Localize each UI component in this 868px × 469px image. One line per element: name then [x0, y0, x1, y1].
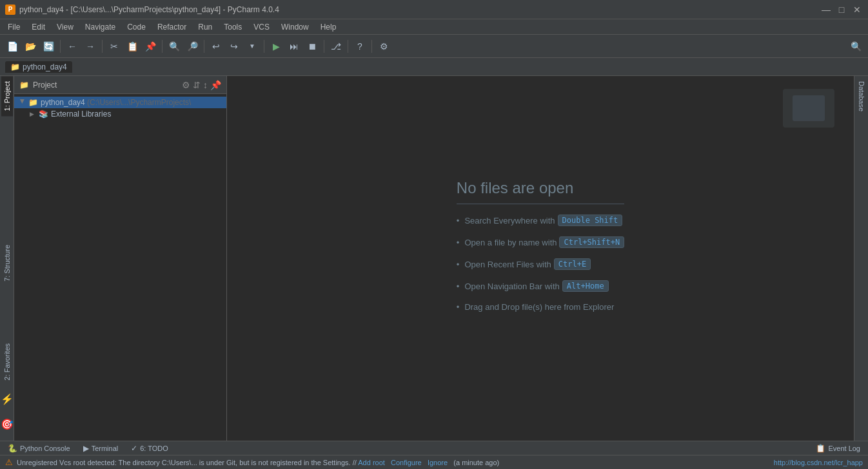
hint-text-4: Open Navigation Bar with	[464, 282, 559, 291]
menu-help[interactable]: Help	[315, 21, 342, 33]
project-tab[interactable]: 📁 python_day4	[5, 61, 72, 73]
sidebar-item-icon2[interactable]: 🎯	[0, 413, 15, 436]
menu-file[interactable]: File	[3, 21, 25, 33]
toolbar-forward-button[interactable]: →	[82, 38, 99, 55]
tree-extlib-item[interactable]: ▶ 📚 External Libraries	[14, 108, 226, 120]
left-sidebar: 1: Project 7: Structure 2: Favorites ⚡ 🎯	[0, 76, 14, 441]
project-folder-icon: 📁	[10, 62, 20, 72]
toolbar-new-button[interactable]: 📄	[4, 38, 21, 55]
menu-edit[interactable]: Edit	[26, 21, 50, 33]
event-log-icon: 📋	[816, 444, 825, 453]
bullet-5: •	[457, 302, 460, 312]
bottom-tab-label-todo: 6: TODO	[140, 445, 168, 452]
bottom-tab-python-console[interactable]: 🐍 Python Console	[3, 443, 75, 454]
tree-arrow-root: ▶	[19, 99, 26, 106]
window-controls[interactable]: — □ ✕	[820, 4, 863, 15]
status-time-text: (a minute ago)	[453, 459, 499, 466]
tree-root-folder-icon: 📁	[28, 98, 38, 107]
hint-line-4: • Open Navigation Bar with Alt+Home	[457, 280, 609, 292]
toolbar-separator-5	[264, 40, 264, 53]
hint-line-3: • Open Recent Files with Ctrl+E	[457, 258, 591, 270]
sidebar-item-favorites[interactable]: 2: Favorites	[1, 338, 13, 385]
toolbar-settings-button[interactable]: ⚙	[375, 38, 392, 55]
sidebar-item-project[interactable]: 1: Project	[1, 76, 13, 116]
toolbar-search-right-button[interactable]: 🔍	[847, 38, 864, 55]
toolbar-back-button[interactable]: ←	[64, 38, 81, 55]
project-panel-header: 📁 Project ⚙ ⇵ ↕ 📌	[14, 76, 226, 94]
bottom-tabs-right: 📋 Event Log	[811, 443, 865, 454]
toolbar-run2-button[interactable]: ⏭	[286, 38, 302, 55]
title-bar: P python_day4 - [C:\Users\...\PycharmPro…	[0, 0, 868, 19]
bottom-tab-event-log[interactable]: 📋 Event Log	[811, 443, 865, 454]
menu-refactor[interactable]: Refactor	[152, 21, 192, 33]
panel-pin-icon[interactable]: 📌	[210, 80, 221, 90]
warning-icon: ⚠	[5, 457, 13, 467]
tree-root-item[interactable]: ▶ 📁 python_day4 (C:\Users\...\PycharmPro…	[14, 97, 226, 108]
panel-scroll-icon[interactable]: ⇵	[193, 80, 201, 90]
toolbar-cut-button[interactable]: ✂	[106, 38, 123, 55]
toolbar-find-button[interactable]: 🔍	[166, 38, 182, 55]
bottom-tab-todo[interactable]: ✓ 6: TODO	[126, 443, 173, 454]
bottom-tab-label-console: Python Console	[20, 445, 70, 452]
sidebar-item-structure[interactable]: 7: Structure	[1, 240, 13, 287]
project-panel: 📁 Project ⚙ ⇵ ↕ 📌 ▶ 📁 python_day4 (C:\Us…	[14, 76, 227, 441]
panel-folder-icon: 📁	[19, 81, 29, 90]
menu-navigate[interactable]: Navigate	[80, 21, 121, 33]
sidebar-item-database[interactable]: Database	[856, 76, 867, 117]
maximize-button[interactable]: □	[836, 4, 847, 15]
toolbar-sync-button[interactable]: 🔄	[40, 38, 57, 55]
hint-text-5: Drag and Drop file(s) here from Explorer	[464, 302, 614, 312]
tree-root-text: python_day4 (C:\Users\...\PycharmProject…	[41, 98, 191, 107]
toolbar-open-button[interactable]: 📂	[22, 38, 39, 55]
toolbar-replace-button[interactable]: 🔎	[184, 38, 201, 55]
minimize-button[interactable]: —	[820, 4, 832, 15]
status-ignore-link[interactable]: Ignore	[428, 459, 448, 466]
toolbar: 📄 📂 🔄 ← → ✂ 📋 📌 🔍 🔎 ↩ ↪ ▼ ▶ ⏭ ⏹ ⎇ ? ⚙ 🔍	[0, 35, 868, 58]
menu-tools[interactable]: Tools	[219, 21, 247, 33]
toolbar-separator-4	[204, 40, 204, 53]
toolbar-vcs-button[interactable]: ⎇	[328, 38, 344, 55]
toolbar-separator-2	[102, 40, 103, 53]
status-configure-link[interactable]: Configure	[391, 459, 422, 466]
toolbar-nav-forward-button[interactable]: ↪	[226, 38, 242, 55]
menu-vcs[interactable]: VCS	[248, 21, 275, 33]
editor-area: No files are open • Search Everywhere wi…	[227, 76, 854, 441]
toolbar-copy-button[interactable]: 📋	[124, 38, 141, 55]
hint-key-3: Ctrl+E	[554, 258, 591, 270]
right-sidebar: Database	[854, 76, 868, 441]
bottom-tab-label-event-log: Event Log	[828, 445, 860, 452]
sidebar-item-icon1[interactable]: ⚡	[0, 388, 15, 410]
bullet-1: •	[457, 216, 460, 225]
menu-run[interactable]: Run	[193, 21, 217, 33]
toolbar-paste-button[interactable]: 📌	[142, 38, 159, 55]
toolbar-run-button[interactable]: ▶	[268, 38, 284, 55]
close-button[interactable]: ✕	[851, 4, 863, 15]
toolbar-nav-back-button[interactable]: ↩	[208, 38, 224, 55]
menu-bar: File Edit View Navigate Code Refactor Ru…	[0, 19, 868, 35]
status-warning-text: Unregistered Vcs root detected: The dire…	[17, 459, 770, 466]
panel-settings-icon[interactable]: ⚙	[182, 80, 190, 90]
app-icon: P	[5, 5, 15, 15]
panel-title: Project	[33, 81, 178, 90]
toolbar-dropdown-button[interactable]: ▼	[244, 38, 261, 55]
menu-window[interactable]: Window	[276, 21, 314, 33]
bottom-tab-terminal[interactable]: ▶ Terminal	[78, 443, 124, 454]
status-add-root-link[interactable]: Add root	[358, 459, 385, 466]
bullet-4: •	[457, 282, 460, 291]
todo-icon: ✓	[131, 444, 137, 453]
hint-line-1: • Search Everywhere with Double Shift	[457, 215, 622, 226]
menu-code[interactable]: Code	[122, 21, 151, 33]
project-tab-strip: 📁 python_day4	[0, 58, 868, 76]
menu-view[interactable]: View	[52, 21, 79, 33]
tree-arrow-extlib: ▶	[30, 111, 36, 117]
hint-text-1: Search Everywhere with	[464, 216, 555, 225]
hint-key-4: Alt+Home	[562, 280, 609, 292]
bottom-tabs: 🐍 Python Console ▶ Terminal ✓ 6: TODO 📋 …	[0, 441, 868, 455]
toolbar-help-button[interactable]: ?	[351, 38, 368, 55]
toolbar-separator-3	[162, 40, 163, 53]
status-url[interactable]: http://blog.csdn.net/lcr_happ	[774, 459, 863, 466]
toolbar-stop-button[interactable]: ⏹	[304, 38, 321, 55]
bullet-3: •	[457, 260, 460, 269]
panel-collapse-icon[interactable]: ↕	[203, 80, 208, 90]
bottom-tab-label-terminal: Terminal	[92, 445, 119, 452]
